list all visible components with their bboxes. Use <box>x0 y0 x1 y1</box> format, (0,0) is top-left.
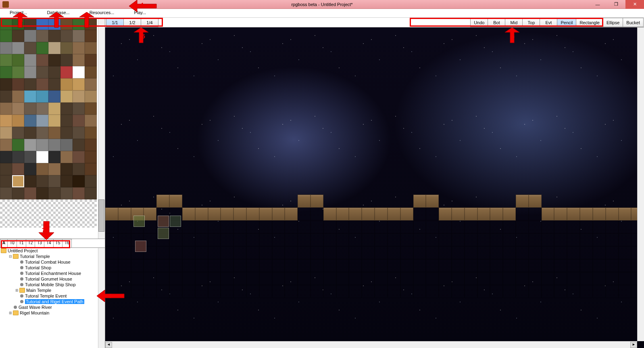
palette-tile[interactable] <box>36 127 48 139</box>
tile-tab-t1[interactable]: T1 <box>17 239 26 247</box>
palette-tile[interactable] <box>85 139 97 151</box>
palette-tile[interactable] <box>60 78 73 90</box>
palette-tile[interactable] <box>73 175 85 187</box>
palette-tile[interactable] <box>85 90 97 103</box>
palette-tile[interactable] <box>73 78 85 90</box>
palette-tile[interactable] <box>36 175 48 187</box>
tree-item[interactable]: ⊞Main Temple <box>0 287 105 293</box>
map-event-2[interactable] <box>158 216 169 227</box>
palette-tile[interactable] <box>73 163 85 175</box>
palette-tile[interactable] <box>48 163 60 175</box>
palette-tile[interactable] <box>85 163 97 175</box>
palette-tile[interactable] <box>73 90 85 103</box>
palette-tile[interactable] <box>12 42 24 54</box>
tool-mid[interactable]: Mid <box>505 18 523 27</box>
palette-tile[interactable] <box>0 163 12 175</box>
palette-tile[interactable] <box>60 163 73 175</box>
palette-tile[interactable] <box>73 139 85 151</box>
palette-tile[interactable] <box>48 30 60 42</box>
palette-tile[interactable] <box>36 78 48 90</box>
palette-tile[interactable] <box>12 78 24 90</box>
palette-tile[interactable] <box>12 115 24 127</box>
tree-item[interactable]: Tutorial Gorumet House <box>0 276 105 282</box>
palette-tile[interactable] <box>85 187 97 199</box>
palette-tile[interactable] <box>85 103 97 115</box>
palette-tile[interactable] <box>0 115 12 127</box>
palette-tile[interactable] <box>0 18 12 30</box>
palette-tile[interactable] <box>48 139 60 151</box>
palette-tile[interactable] <box>48 54 60 66</box>
palette-tile[interactable] <box>24 78 36 90</box>
palette-tile[interactable] <box>12 175 24 187</box>
tool-bot[interactable]: Bot <box>488 18 505 27</box>
palette-tile[interactable] <box>85 175 97 187</box>
map-canvas[interactable]: ◄► <box>105 27 644 348</box>
tree-item[interactable]: Gast Wave River <box>0 304 105 310</box>
map-event-4[interactable] <box>170 216 181 227</box>
palette-tile[interactable] <box>73 127 85 139</box>
tool-evt[interactable]: Evt <box>540 18 557 27</box>
palette-tile[interactable] <box>60 54 73 66</box>
palette-tile[interactable] <box>48 115 60 127</box>
palette-tile[interactable] <box>60 90 73 103</box>
palette-tile[interactable] <box>0 42 12 54</box>
palette-tile[interactable] <box>24 54 36 66</box>
tree-item[interactable]: Tutoral Temple Event <box>0 293 105 299</box>
palette-tile[interactable] <box>12 151 24 163</box>
tile-tab-a[interactable]: A <box>0 239 8 247</box>
tile-palette[interactable] <box>0 18 105 239</box>
palette-tile[interactable] <box>12 163 24 175</box>
palette-tile[interactable] <box>0 30 12 42</box>
palette-tile[interactable] <box>60 103 73 115</box>
tile-tab-t4[interactable]: T4 <box>44 239 54 247</box>
palette-tile[interactable] <box>12 54 24 66</box>
map-event-1[interactable] <box>133 216 145 227</box>
map-event-5[interactable] <box>135 241 146 252</box>
palette-tile[interactable] <box>24 30 36 42</box>
palette-tile[interactable] <box>48 78 60 90</box>
palette-tile[interactable] <box>12 18 24 30</box>
palette-scrollbar[interactable] <box>98 18 105 239</box>
tree-item[interactable]: Tutorial and Rigel Event Path <box>0 299 105 304</box>
palette-tile[interactable] <box>73 42 85 54</box>
palette-tile[interactable] <box>24 187 36 199</box>
palette-tile[interactable] <box>24 127 36 139</box>
tree-item[interactable]: Tutorial Combat House <box>0 259 105 265</box>
palette-tile[interactable] <box>73 151 85 163</box>
palette-tile[interactable] <box>60 127 73 139</box>
palette-tile[interactable] <box>0 103 12 115</box>
palette-tile[interactable] <box>73 187 85 199</box>
canvas-hscroll[interactable]: ◄► <box>105 341 637 348</box>
palette-tile[interactable] <box>36 151 48 163</box>
palette-tile[interactable] <box>12 139 24 151</box>
palette-tile[interactable] <box>24 18 36 30</box>
palette-tile[interactable] <box>36 54 48 66</box>
tool-ellipse[interactable]: Ellipse <box>603 18 623 27</box>
palette-tile[interactable] <box>60 151 73 163</box>
palette-tile[interactable] <box>0 175 12 187</box>
palette-tile[interactable] <box>48 42 60 54</box>
palette-tile[interactable] <box>0 151 12 163</box>
tool-bucket[interactable]: Bucket <box>623 18 644 27</box>
palette-tile[interactable] <box>36 18 48 30</box>
palette-tile[interactable] <box>12 103 24 115</box>
palette-tile[interactable] <box>60 66 73 78</box>
palette-tile[interactable] <box>60 115 73 127</box>
palette-tile[interactable] <box>0 90 12 103</box>
palette-tile[interactable] <box>36 115 48 127</box>
tool-pencil[interactable]: Pencil <box>557 18 576 27</box>
palette-tile[interactable] <box>24 42 36 54</box>
palette-tile[interactable] <box>36 42 48 54</box>
tool-rectangle[interactable]: Rectangle <box>576 18 603 27</box>
palette-tile[interactable] <box>48 187 60 199</box>
tool-top[interactable]: Top <box>522 18 540 27</box>
tool-undo[interactable]: Undo <box>470 18 488 27</box>
palette-tile[interactable] <box>85 30 97 42</box>
palette-tile[interactable] <box>85 54 97 66</box>
map-event-3[interactable] <box>158 228 169 239</box>
palette-tile[interactable] <box>36 163 48 175</box>
palette-tile[interactable] <box>85 78 97 90</box>
tile-tab-t2[interactable]: T2 <box>26 239 35 247</box>
project-tree[interactable]: Untitled Project ⊟Tutorial TempleTutoria… <box>0 248 105 348</box>
zoom-1-1[interactable]: 1/1 <box>106 18 124 27</box>
